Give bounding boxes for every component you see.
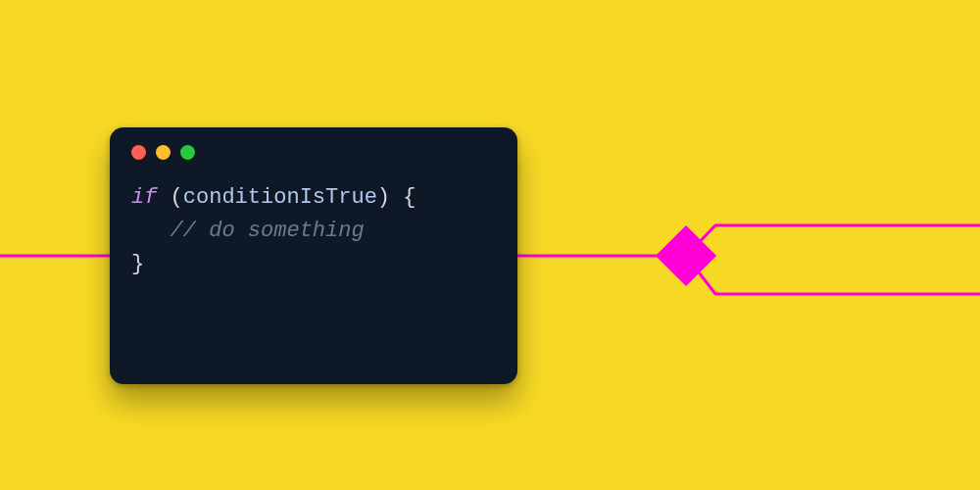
flow-branch-top [686,225,980,256]
window-minimize-icon[interactable] [156,145,171,160]
code-block: if (conditionIsTrue) { // do something } [131,181,496,281]
token-indent [131,219,171,243]
window-zoom-icon[interactable] [180,145,195,160]
token-identifier: conditionIsTrue [183,185,377,210]
window-close-icon[interactable] [131,145,146,160]
token-punct: ( [157,185,182,210]
diagram-canvas: if (conditionIsTrue) { // do something } [0,0,980,490]
token-comment: // do something [171,219,365,243]
decision-diamond-icon [656,225,716,286]
window-traffic-lights [131,145,496,160]
token-punct: } [131,252,144,276]
flow-branch-bottom [686,256,980,294]
token-punct: ) { [377,185,416,210]
code-window: if (conditionIsTrue) { // do something } [110,127,517,384]
token-keyword: if [131,185,157,210]
